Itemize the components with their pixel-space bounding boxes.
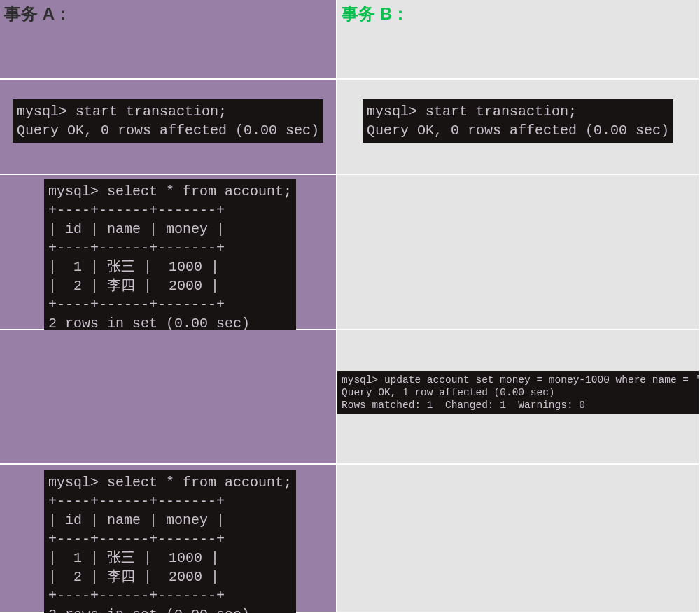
header-cell-a: 事务 A： bbox=[0, 0, 337, 80]
header-a: 事务 A： bbox=[0, 0, 336, 28]
terminal-select-a-2: mysql> select * from account; +----+----… bbox=[44, 470, 296, 613]
terminal-select-a-1: mysql> select * from account; +----+----… bbox=[44, 179, 296, 336]
cell-r3-a: mysql> select * from account; +----+----… bbox=[0, 175, 337, 330]
cell-r5-b bbox=[337, 465, 700, 613]
cell-r4-b: mysql> update account set money = money-… bbox=[337, 330, 700, 465]
cell-r3-b bbox=[337, 175, 700, 330]
terminal-start-tx-a: mysql> start transaction; Query OK, 0 ro… bbox=[13, 99, 323, 143]
comparison-grid: 事务 A： 事务 B： mysql> start transaction; Qu… bbox=[0, 0, 700, 613]
cell-r4-a bbox=[0, 330, 337, 465]
header-cell-b: 事务 B： bbox=[337, 0, 700, 80]
terminal-update-b: mysql> update account set money = money-… bbox=[337, 371, 699, 414]
cell-r2-b: mysql> start transaction; Query OK, 0 ro… bbox=[337, 80, 700, 175]
terminal-start-tx-b: mysql> start transaction; Query OK, 0 ro… bbox=[363, 99, 673, 143]
header-b: 事务 B： bbox=[337, 0, 699, 28]
cell-r2-a: mysql> start transaction; Query OK, 0 ro… bbox=[0, 80, 337, 175]
cell-r5-a: mysql> select * from account; +----+----… bbox=[0, 465, 337, 613]
